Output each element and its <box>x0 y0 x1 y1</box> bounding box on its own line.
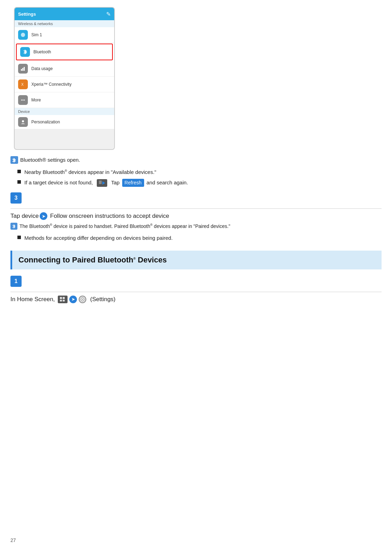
phone-mockup: Settings ✎ Wireless & networks Sim 1 Blu… <box>14 7 115 150</box>
svg-point-6 <box>23 100 24 101</box>
step1-instruction: In Home Screen, ➤ <box>10 296 382 303</box>
page-container: Settings ✎ Wireless & networks Sim 1 Blu… <box>0 0 392 550</box>
svg-point-7 <box>24 100 25 101</box>
step3-badge: 3 <box>10 192 22 204</box>
step3-instruction: Tap device ➤ Follow onscreen instruction… <box>10 212 382 220</box>
svg-point-16 <box>82 299 83 300</box>
svg-rect-3 <box>24 67 25 71</box>
tap-device-text: Tap device <box>10 213 39 220</box>
bullet-list-step2: Nearby Bluetooth® devices appear in "Ava… <box>17 168 382 187</box>
personalization-icon <box>18 117 28 127</box>
more-icon <box>18 95 28 105</box>
settings-circle-icon <box>79 296 86 303</box>
data-usage-text: Data usage <box>31 66 53 71</box>
step1-new-divider <box>10 292 382 292</box>
step3-block: 3 Tap device ➤ Follow onscreen instructi… <box>10 192 382 242</box>
data-usage-icon <box>18 64 28 74</box>
phone-list-item-more[interactable]: More <box>15 92 114 108</box>
bt-settings-open-text: Bluetooth® settings open. <box>20 156 80 164</box>
svg-rect-1 <box>21 69 22 71</box>
phone-list-item-data[interactable]: Data usage <box>15 61 114 77</box>
svg-text:X: X <box>21 83 24 86</box>
svg-rect-12 <box>63 297 65 299</box>
phone-section-label-2: Device <box>15 108 114 115</box>
phone-header-icon: ✎ <box>106 11 111 17</box>
step3-info-text: The Bluetooth® device is paired to hands… <box>19 223 230 230</box>
svg-rect-9 <box>99 181 102 184</box>
page-number: 27 <box>10 537 16 543</box>
phone-section-label-1: Wireless & networks <box>15 20 114 27</box>
step3-arrow-icon: ➤ <box>40 212 47 220</box>
bullet-item-2: If a target device is not found, Tap Ref… <box>17 179 382 187</box>
step3-bt-icon <box>10 223 17 230</box>
bullet-2-text: If a target device is not found, Tap Ref… <box>24 179 188 187</box>
home-grid-icon <box>58 296 68 303</box>
step3-info-line: The Bluetooth® device is paired to hands… <box>10 223 382 230</box>
sim-icon <box>18 30 28 40</box>
bluetooth-icon <box>20 47 30 57</box>
bullet-item-methods: Methods for accepting differ depending o… <box>17 234 382 242</box>
phone-list-item-xperia[interactable]: X Xperia™ Connectivity <box>15 77 114 92</box>
svg-rect-14 <box>63 300 65 301</box>
settings-label-text: (Settings) <box>90 296 116 303</box>
step1-new-block: 1 In Home Screen, ➤ <box>10 276 382 303</box>
bullet-1-text: Nearby Bluetooth® devices appear in "Ava… <box>24 168 156 176</box>
phone-header: Settings ✎ <box>15 8 114 20</box>
svg-rect-13 <box>60 300 62 301</box>
step1-arrow-icon: ➤ <box>69 296 77 303</box>
svg-rect-11 <box>60 297 62 299</box>
bullet-item-1: Nearby Bluetooth® devices appear in "Ava… <box>17 168 382 176</box>
bt-check-icon <box>10 156 18 164</box>
home-icon-group: ➤ <box>58 296 87 303</box>
svg-marker-10 <box>102 181 105 185</box>
bullet-square-1 <box>17 170 21 173</box>
step3-divider <box>10 208 382 209</box>
bluetooth-text: Bluetooth <box>33 49 51 54</box>
refresh-button[interactable]: Refresh <box>122 179 144 187</box>
phone-body: Wireless & networks Sim 1 Bluetooth <box>15 20 114 129</box>
svg-rect-2 <box>22 68 23 71</box>
sim-text: Sim 1 <box>31 32 42 37</box>
xperia-text: Xperia™ Connectivity <box>31 82 71 87</box>
bullet-list-step3: Methods for accepting differ depending o… <box>17 234 382 242</box>
phone-list-item-personalization[interactable]: Personalization <box>15 115 114 129</box>
svg-point-0 <box>21 33 25 37</box>
bullet-square-2 <box>17 180 21 184</box>
bullet-methods-text: Methods for accepting differ depending o… <box>24 234 173 242</box>
svg-point-8 <box>22 120 24 122</box>
reload-icon <box>97 179 107 187</box>
personalization-text: Personalization <box>31 120 60 124</box>
step1-new-badge: 1 <box>10 276 22 287</box>
bt-settings-open-line: Bluetooth® settings open. <box>10 156 382 164</box>
phone-list-item-sim[interactable]: Sim 1 <box>15 27 114 43</box>
section-heading-connecting: Connecting to Paired Bluetooth® Devices <box>10 251 382 269</box>
phone-header-title: Settings <box>18 12 36 17</box>
xperia-icon: X <box>18 79 28 89</box>
more-text: More <box>31 98 41 102</box>
section-heading-text: Connecting to Paired Bluetooth® Devices <box>18 255 167 264</box>
phone-list-item-bluetooth[interactable]: Bluetooth <box>16 44 113 60</box>
follow-instructions-text: Follow onscreen instructions to accept d… <box>50 213 169 220</box>
bullet-square-methods <box>17 236 21 239</box>
home-screen-text: In Home Screen, <box>10 296 55 303</box>
svg-point-5 <box>21 100 22 101</box>
